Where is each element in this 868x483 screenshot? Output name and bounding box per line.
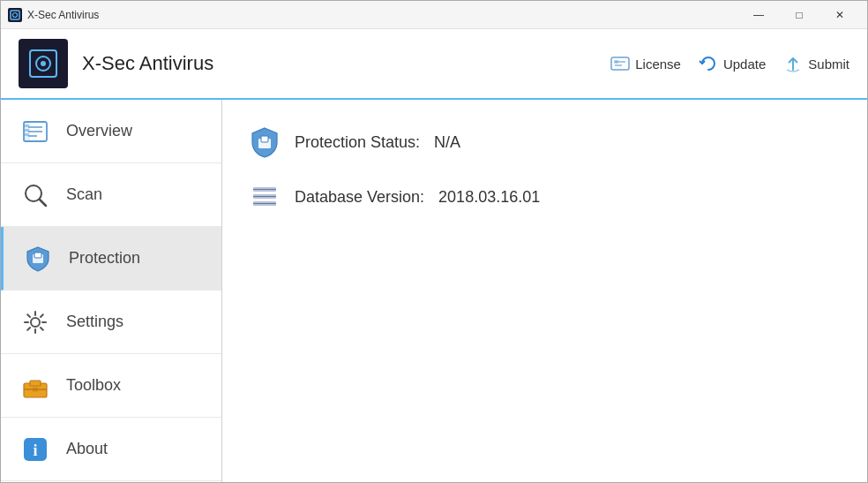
license-label: License <box>635 57 681 72</box>
close-button[interactable]: ✕ <box>819 1 860 29</box>
header-logo <box>19 39 68 88</box>
about-icon: i <box>19 433 52 466</box>
svg-rect-16 <box>25 133 29 136</box>
sidebar-item-overview[interactable]: Overview <box>1 100 221 163</box>
svg-rect-15 <box>25 129 29 132</box>
overview-label: Overview <box>66 122 132 140</box>
sidebar-item-settings[interactable]: Settings <box>1 291 221 354</box>
svg-rect-0 <box>11 11 19 19</box>
maximize-button[interactable]: □ <box>779 1 819 29</box>
minimize-button[interactable]: — <box>738 1 779 29</box>
sidebar-item-protection[interactable]: Protection <box>1 227 221 291</box>
svg-rect-23 <box>30 381 41 386</box>
svg-rect-5 <box>611 57 629 70</box>
main-content: Protection Status: N/A Database Version: <box>222 100 867 482</box>
submit-button[interactable]: Submit <box>783 54 849 73</box>
main-window: X-Sec Antivirus — □ ✕ X-Sec Antivirus <box>0 0 868 483</box>
title-bar-controls: — □ ✕ <box>738 1 860 29</box>
db-version-value: 2018.03.16.01 <box>438 188 540 207</box>
svg-rect-25 <box>33 387 38 391</box>
header-actions: License Update <box>610 54 849 73</box>
db-version-row: Database Version: 2018.03.16.01 <box>249 181 841 213</box>
overview-icon <box>19 115 52 148</box>
toolbox-label: Toolbox <box>66 376 121 395</box>
update-icon <box>699 54 718 73</box>
protection-icon <box>21 242 55 275</box>
submit-label: Submit <box>808 57 849 72</box>
protection-status-row: Protection Status: N/A <box>249 126 841 158</box>
scan-label: Scan <box>66 185 102 204</box>
app-icon <box>8 8 22 22</box>
sidebar: Overview Scan <box>1 100 222 482</box>
settings-label: Settings <box>66 313 123 331</box>
title-bar-text: X-Sec Antivirus <box>27 9 738 21</box>
license-icon <box>610 54 630 73</box>
svg-point-1 <box>13 12 18 17</box>
svg-rect-20 <box>34 253 41 258</box>
svg-point-21 <box>31 318 40 327</box>
license-button[interactable]: License <box>610 54 681 73</box>
title-bar: X-Sec Antivirus — □ ✕ <box>1 1 867 29</box>
db-version-label: Database Version: <box>295 188 424 207</box>
svg-point-4 <box>41 61 46 66</box>
protection-status-icon <box>249 126 281 158</box>
svg-rect-8 <box>614 60 618 64</box>
update-button[interactable]: Update <box>699 54 766 73</box>
sidebar-item-about[interactable]: i About <box>1 418 221 481</box>
protection-status-value: N/A <box>434 133 460 152</box>
protection-status-label: Protection Status: <box>295 133 420 152</box>
about-label: About <box>66 440 108 458</box>
db-version-icon <box>249 181 281 213</box>
sidebar-item-toolbox[interactable]: Toolbox <box>1 354 221 418</box>
protection-label: Protection <box>69 249 140 268</box>
scan-icon <box>19 178 52 212</box>
settings-icon <box>19 306 52 339</box>
svg-rect-14 <box>25 125 29 127</box>
submit-icon <box>783 54 803 73</box>
header: X-Sec Antivirus License <box>1 29 867 100</box>
toolbox-icon <box>19 369 52 403</box>
header-title: X-Sec Antivirus <box>82 52 610 75</box>
svg-line-18 <box>40 200 46 206</box>
svg-text:i: i <box>33 441 37 459</box>
update-label: Update <box>723 57 766 72</box>
svg-rect-29 <box>261 136 268 142</box>
sidebar-item-scan[interactable]: Scan <box>1 163 221 227</box>
body: Overview Scan <box>1 100 867 482</box>
